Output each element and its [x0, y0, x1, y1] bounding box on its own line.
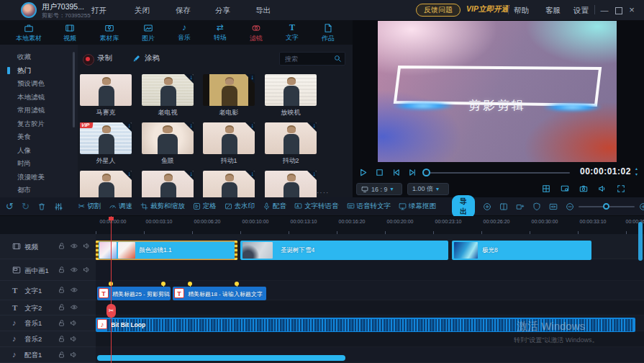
playhead-cut-handle[interactable]: ✂	[106, 304, 116, 318]
export-button[interactable]: 导出	[452, 195, 475, 218]
lock-icon[interactable]	[58, 286, 65, 294]
tab-transition[interactable]: ⇄ 转场	[200, 23, 240, 42]
zoom-in-icon[interactable]	[639, 202, 644, 211]
green-screen-button[interactable]: 绿幕抠图	[399, 202, 436, 211]
menu-close[interactable]: 关闭	[135, 0, 150, 20]
keyframe-dot[interactable]	[235, 282, 239, 286]
lock-icon[interactable]	[58, 335, 65, 343]
support-button[interactable]: 客服	[545, 0, 561, 20]
trim-handle-right[interactable]	[235, 241, 237, 260]
category-food[interactable]: 美食	[17, 130, 75, 143]
render-icon[interactable]	[483, 202, 491, 211]
category-fashion[interactable]: 时尚	[17, 157, 75, 170]
voiceover-button[interactable]: 配音	[263, 202, 286, 211]
filter-card[interactable]: ↓ VIP 外星人	[78, 122, 133, 166]
snap-icon[interactable]	[516, 202, 525, 211]
stop-button[interactable]	[375, 168, 384, 177]
prev-frame-button[interactable]	[391, 168, 401, 177]
category-retro-film[interactable]: 复古胶片	[17, 117, 75, 130]
speaker-icon[interactable]	[70, 335, 78, 343]
keyframe-dot[interactable]	[188, 282, 192, 286]
tab-video[interactable]: 视频	[50, 23, 90, 43]
fit-timeline-icon[interactable]	[549, 202, 558, 211]
filter-card[interactable]: 马赛克	[78, 74, 133, 117]
menu-open[interactable]: 打开	[91, 0, 106, 20]
video-canvas[interactable]: 剪影剪辑	[378, 21, 617, 162]
speed-select[interactable]: 1.00 倍 ▾	[407, 183, 449, 195]
tab-music[interactable]: ♪ 音乐	[164, 23, 204, 42]
split-screen-icon[interactable]	[542, 184, 550, 193]
seek-slider-knob[interactable]	[422, 169, 430, 176]
lock-icon[interactable]	[58, 351, 65, 359]
speaker-icon[interactable]	[83, 242, 91, 250]
clip-title-25[interactable]: T 精美标题25 - 剪影剪辑	[97, 287, 171, 300]
tab-works[interactable]: 作品	[308, 23, 348, 43]
maximize-button[interactable]	[615, 7, 622, 14]
zoom-slider-track[interactable]	[579, 206, 635, 207]
eye-icon[interactable]	[70, 303, 78, 311]
eye-icon[interactable]	[70, 242, 78, 250]
zoom-slider-knob[interactable]	[603, 203, 609, 210]
undo-icon[interactable]: ↺	[6, 202, 14, 211]
timecode-up-arrow[interactable]: ▴	[635, 166, 638, 171]
tab-local-media[interactable]: 本地素材	[9, 23, 49, 43]
timeline-vertical-scrollbar[interactable]	[638, 222, 643, 261]
filter-card-partial[interactable]: ↓	[263, 171, 318, 197]
menu-share[interactable]: 分享	[215, 0, 230, 20]
search-input[interactable]	[284, 53, 334, 64]
lock-icon[interactable]	[58, 319, 65, 327]
clip-snow-tree[interactable]: 圣诞树下雪4	[240, 241, 448, 260]
adjust-icon[interactable]	[54, 202, 63, 211]
track-header-text1[interactable]: T 文字1	[0, 281, 96, 300]
filter-card-partial[interactable]: ↓	[201, 171, 256, 197]
seek-slider-track[interactable]	[427, 172, 570, 174]
lock-icon[interactable]	[58, 303, 65, 311]
category-hot[interactable]: 热门	[17, 64, 75, 77]
eye-icon[interactable]	[70, 266, 78, 274]
tab-text[interactable]: T 文字	[272, 23, 312, 42]
category-local-filters[interactable]: 本地滤镜	[17, 91, 75, 104]
text-to-speech-button[interactable]: 文字转语音	[294, 202, 339, 211]
filter-card[interactable]: ↓ 老电视	[140, 74, 195, 117]
filter-card[interactable]: ↓ 老电影	[201, 74, 256, 117]
next-frame-button[interactable]	[408, 168, 417, 177]
category-preset-color[interactable]: 预设调色	[17, 77, 75, 90]
speaker-icon[interactable]	[83, 266, 91, 274]
cut-button[interactable]: ✂切割	[78, 202, 101, 211]
sidebar-scrollbar[interactable]	[73, 52, 75, 127]
help-button[interactable]: 帮助	[514, 0, 529, 20]
filter-card-partial[interactable]: ↓	[140, 171, 195, 197]
speech-to-text-button[interactable]: 语音转文字	[347, 202, 391, 211]
menu-save[interactable]: 保存	[176, 0, 191, 20]
category-urban[interactable]: 都市	[17, 184, 75, 197]
trim-handle-left[interactable]	[96, 241, 99, 260]
screen-record-icon[interactable]	[561, 184, 569, 193]
doodle-button[interactable]: 涂鸦	[145, 53, 160, 63]
shield-icon[interactable]	[532, 202, 541, 211]
track-header-text2[interactable]: T 文字2	[0, 300, 96, 315]
menu-export[interactable]: 导出	[255, 0, 271, 20]
clip-color-filter[interactable]: 颜色滤镜1.1	[96, 241, 237, 260]
tab-image[interactable]: 图片	[128, 23, 168, 43]
category-romantic[interactable]: 浪漫唯美	[17, 171, 75, 184]
playhead-marker[interactable]	[109, 217, 114, 220]
zoom-out-icon[interactable]	[566, 202, 574, 211]
vip-upgrade-button[interactable]: VIP立即开通	[466, 4, 509, 14]
clip-title-18[interactable]: T 精美标题18 - 请输入标题文字	[173, 287, 266, 300]
settings-button[interactable]: 设置	[573, 0, 589, 20]
category-portrait[interactable]: 人像	[17, 144, 75, 157]
track-header-music1[interactable]: ♪ 音乐1	[0, 315, 96, 331]
timeline-horizontal-scrollbar[interactable]	[97, 355, 345, 361]
minimize-button[interactable]: —	[598, 0, 611, 20]
play-button[interactable]	[358, 168, 368, 177]
lane-text2[interactable]	[96, 300, 644, 315]
close-button[interactable]: ×	[625, 0, 638, 20]
record-button[interactable]: 录制	[97, 53, 112, 63]
playhead-line[interactable]	[111, 216, 112, 363]
category-favorites[interactable]: 收藏	[17, 50, 75, 63]
lock-icon[interactable]	[58, 266, 65, 274]
crop-zoom-button[interactable]: 裁剪和缩放	[140, 202, 185, 211]
filter-card-partial[interactable]: ↓	[78, 171, 133, 197]
username[interactable]: 用户70395...	[42, 2, 84, 12]
timecode-down-arrow[interactable]: ▾	[635, 172, 638, 176]
